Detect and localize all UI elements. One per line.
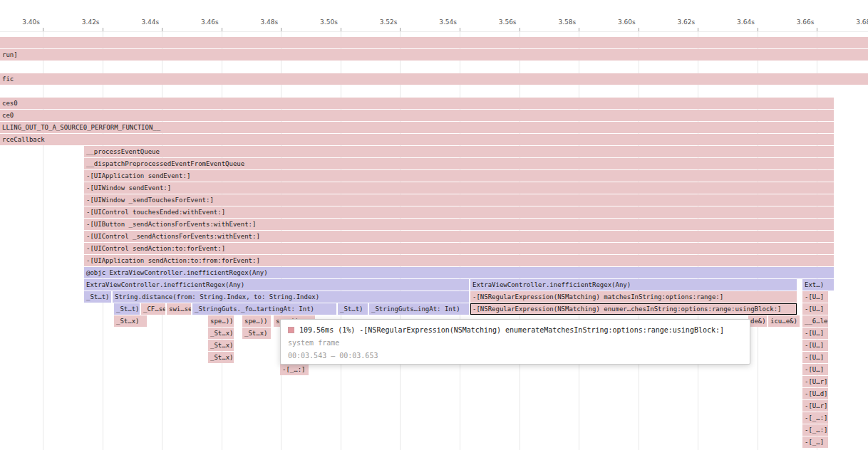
flame-bar[interactable]: _St…x) xyxy=(208,352,234,363)
ruler-tick xyxy=(579,28,579,31)
ruler-label: 3.40s xyxy=(0,19,40,26)
ruler-tick xyxy=(222,28,222,31)
flame-bar[interactable]: -[UIApplication sendAction:to:from:forEv… xyxy=(84,255,834,266)
flame-bar[interactable]: _St…x) xyxy=(242,328,271,339)
flame-bar[interactable]: _St…t) xyxy=(338,303,368,315)
tooltip-symbol: -[NSRegularExpression(NSMatching) enumer… xyxy=(359,326,724,334)
flame-bar[interactable]: -[UIButton _sendActionsForEvents:withEve… xyxy=(84,219,834,230)
flame-bar[interactable]: -[_…:] xyxy=(280,364,309,375)
flame-bar[interactable]: fic xyxy=(0,73,868,85)
flame-bar[interactable]: -[UIControl sendAction:to:forEvent:] xyxy=(84,243,834,254)
ruler-tick xyxy=(281,28,281,31)
ruler-label: 3.50s xyxy=(289,19,338,26)
flame-bar[interactable]: _StringGuts…ingAt: Int) xyxy=(369,303,469,315)
ruler-tick xyxy=(103,28,103,31)
tooltip-time-range: 00:03.543 — 00:03.653 xyxy=(288,350,743,362)
ruler-label: 3.56s xyxy=(468,19,517,26)
flame-bar[interactable]: swi…se xyxy=(167,303,191,315)
flame-bar-selected[interactable]: -[NSRegularExpression(NSMatching) enumer… xyxy=(470,303,797,315)
flame-bar[interactable]: -[U…d] xyxy=(802,388,828,399)
ruler-label: 3.54s xyxy=(408,19,457,26)
flame-bar[interactable]: __dispatchPreprocessedEventFromEventQueu… xyxy=(84,158,834,169)
flame-bar[interactable]: __6…le xyxy=(802,315,828,327)
flame-bar[interactable]: -[U…r] xyxy=(802,400,828,412)
flame-bar[interactable]: __processEventQueue xyxy=(84,146,834,157)
flame-bar[interactable]: @objc ExtraViewController.inefficientReg… xyxy=(84,267,834,278)
flame-bar[interactable]: -[U…] xyxy=(802,328,828,339)
flame-bar[interactable]: -[U…r] xyxy=(802,376,828,387)
flame-bar[interactable]: -[U…] xyxy=(802,364,828,375)
ruler-label: 3.68s xyxy=(825,19,868,26)
flame-bar[interactable]: String.distance(from: String.Index, to: … xyxy=(113,291,469,303)
ruler-label: 3.66s xyxy=(765,19,814,26)
ruler-tick xyxy=(341,28,341,31)
flame-bar[interactable]: -[NSRegularExpression(NSMatching) matche… xyxy=(470,291,797,303)
flame-bar[interactable]: de&) xyxy=(748,315,767,327)
flame-bar[interactable]: Ext…) xyxy=(802,279,834,291)
flame-bar[interactable]: run] xyxy=(0,49,868,61)
flame-bar[interactable]: _St…t) xyxy=(84,291,111,303)
flame-bar[interactable]: -[U…] xyxy=(802,291,828,303)
flame-bar[interactable]: -[UIWindow sendEvent:] xyxy=(84,182,834,194)
flame-bar[interactable]: ExtraViewController.inefficientRegex(Any… xyxy=(470,279,797,291)
flame-bar[interactable]: _CF…se xyxy=(141,303,165,315)
ruler-label: 3.46s xyxy=(170,19,219,26)
flame-bar[interactable]: _St…x) xyxy=(208,340,234,351)
flame-bar[interactable]: LLING_OUT_TO_A_SOURCE0_PERFORM_FUNCTION_… xyxy=(0,122,834,133)
flame-bar[interactable]: _StringGuts._fo…tartingAt: Int) xyxy=(192,303,336,315)
flame-bar[interactable]: -[U…] xyxy=(802,352,828,363)
flame-bar[interactable]: ces0 xyxy=(0,98,834,109)
flame-bar[interactable]: -[UIWindow _sendTouchesForEvent:] xyxy=(84,194,834,206)
ruler-label: 3.58s xyxy=(527,19,576,26)
ruler-tick xyxy=(43,28,43,31)
flame-bar[interactable]: -[_…] xyxy=(802,436,828,448)
flame-bar[interactable] xyxy=(0,37,868,48)
tooltip-swatch-icon xyxy=(288,327,294,333)
ruler-label: 3.64s xyxy=(706,19,755,26)
flame-bar[interactable]: _St…t) xyxy=(114,303,140,315)
flame-bar[interactable]: icu…e&) xyxy=(768,315,800,327)
tooltip: 109.56ms (1%) -[NSRegularExpression(NSMa… xyxy=(280,319,750,365)
flame-bar[interactable]: _St…x) xyxy=(114,315,147,327)
tooltip-title: 109.56ms (1%) -[NSRegularExpression(NSMa… xyxy=(288,324,743,337)
ruler-tick xyxy=(162,28,162,31)
ruler-label: 3.44s xyxy=(110,19,159,26)
ruler-tick xyxy=(400,28,401,31)
ruler-label: 3.48s xyxy=(229,19,278,26)
instruments-time-profiler: run]ficces0ce0LLING_OUT_TO_A_SOURCE0_PER… xyxy=(0,0,868,450)
flame-bar[interactable]: ExtraViewController.inefficientRegex(Any… xyxy=(84,279,469,291)
flame-bar[interactable]: spe…)) xyxy=(242,315,271,327)
ruler-label: 3.42s xyxy=(51,19,100,26)
ruler-tick xyxy=(639,28,639,31)
flame-bar[interactable]: -[UIApplication sendEvent:] xyxy=(84,170,834,182)
flame-bar[interactable]: spe…)) xyxy=(208,315,234,327)
ruler-label: 3.52s xyxy=(348,19,397,26)
gridline xyxy=(43,31,43,450)
flame-bar[interactable]: -[UIControl _sendActionsForEvents:withEv… xyxy=(84,231,834,242)
flame-bar[interactable]: _St…x) xyxy=(208,328,234,339)
flame-bar[interactable]: ce0 xyxy=(0,110,834,121)
tooltip-note: system frame xyxy=(288,337,743,350)
ruler-label: 3.62s xyxy=(646,19,695,26)
ruler-tick xyxy=(817,28,817,31)
flame-bar[interactable]: -[_…:] xyxy=(802,424,828,436)
flame-bar[interactable]: -[U…] xyxy=(802,303,828,315)
ruler-label: 3.60s xyxy=(587,19,636,26)
ruler-tick xyxy=(698,28,698,31)
flame-bar[interactable]: -[_…:] xyxy=(802,412,828,424)
flame-bar[interactable]: -[U…] xyxy=(802,340,828,351)
tooltip-duration: 109.56ms (1%) xyxy=(299,326,355,334)
flame-bar[interactable]: rceCallback xyxy=(0,134,834,145)
ruler-tick xyxy=(758,28,758,31)
ruler-tick xyxy=(460,28,460,31)
ruler-tick xyxy=(520,28,520,31)
flame-bar[interactable]: -[UIControl touchesEnded:withEvent:] xyxy=(84,206,834,218)
time-ruler[interactable]: 3.40s3.42s3.44s3.46s3.48s3.50s3.52s3.54s… xyxy=(0,0,868,32)
